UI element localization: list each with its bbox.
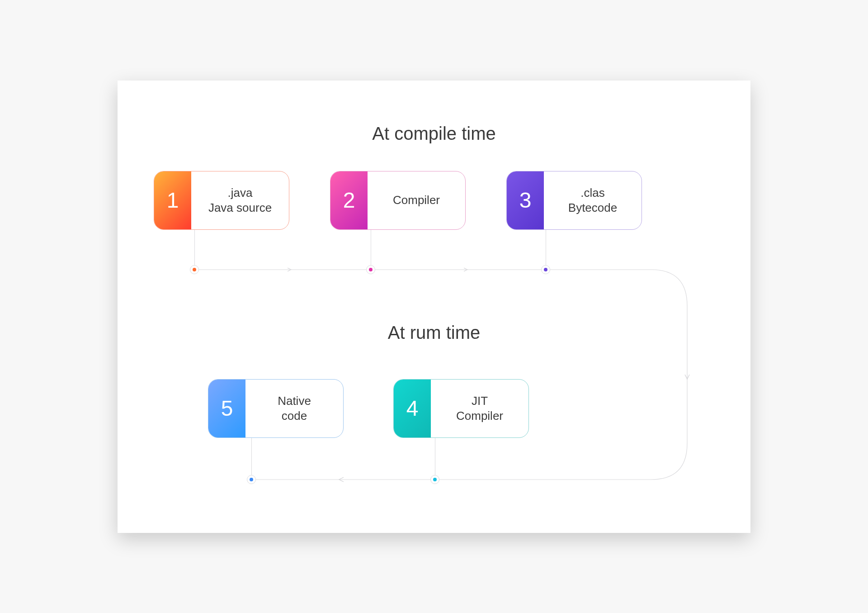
step-label: JIT Compiler xyxy=(456,394,503,423)
connector-stem xyxy=(251,438,252,475)
flow-dot xyxy=(366,265,375,274)
step-badge: 2 xyxy=(330,171,368,229)
step-body: .java Java source xyxy=(191,171,289,229)
step-badge: 5 xyxy=(208,380,245,437)
step-label: Compiler xyxy=(393,193,440,208)
step-body: Native code xyxy=(245,380,343,437)
step-card-4: 4 JIT Compiler xyxy=(393,379,529,438)
step-badge: 4 xyxy=(394,380,431,437)
step-label: Native code xyxy=(278,394,311,423)
step-card-2: 2 Compiler xyxy=(330,171,466,230)
connector-stem xyxy=(546,230,546,265)
flow-connectors xyxy=(118,81,750,533)
diagram-canvas: At compile time At rum time 1 .java Java xyxy=(118,81,750,533)
step-badge: 3 xyxy=(507,171,544,229)
step-body: Compiler xyxy=(368,171,465,229)
connector-stem xyxy=(371,230,371,265)
step-label: .java Java source xyxy=(208,185,272,215)
step-badge: 1 xyxy=(154,171,191,229)
flow-dot xyxy=(190,265,199,274)
step-body: .clas Bytecode xyxy=(544,171,642,229)
flow-dot xyxy=(247,475,256,484)
step-card-5: 5 Native code xyxy=(208,379,344,438)
flow-dot xyxy=(541,265,550,274)
flow-dot xyxy=(430,475,439,484)
section-title-compile: At compile time xyxy=(118,124,750,144)
step-label: .clas Bytecode xyxy=(568,185,617,215)
step-body: JIT Compiler xyxy=(431,380,528,437)
section-title-runtime: At rum time xyxy=(118,323,750,343)
step-card-1: 1 .java Java source xyxy=(154,171,289,230)
connector-stem xyxy=(435,438,435,475)
connector-stem xyxy=(194,230,195,265)
step-card-3: 3 .clas Bytecode xyxy=(506,171,642,230)
